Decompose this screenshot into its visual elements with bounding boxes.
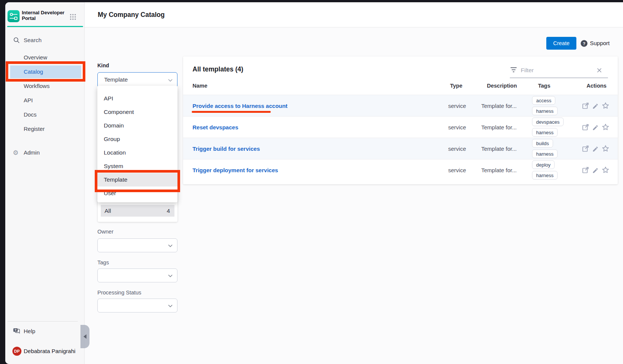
tags-select[interactable] <box>97 268 177 282</box>
sidebar-user[interactable]: DP Debabrata Panigrahi <box>5 346 84 356</box>
row-description: Template for... <box>481 146 517 152</box>
row-actions <box>582 102 609 110</box>
row-name-link[interactable]: Trigger deployment for services <box>193 167 278 173</box>
collapse-arrow-icon <box>83 334 86 339</box>
row-type: service <box>448 167 466 173</box>
admin-label: Admin <box>24 146 40 160</box>
open-in-new-icon[interactable] <box>582 166 590 174</box>
screenshot-stage: Internal Developer Portal Search Overvie… <box>0 0 623 364</box>
row-type: service <box>448 124 466 130</box>
row-actions <box>582 166 609 174</box>
tag-chip-deploy: deploy <box>532 161 555 169</box>
table-row-provide-access-to-harness-account: Provide access to Harness accountservice… <box>183 95 618 116</box>
sidebar-item-catalog[interactable]: Catalog <box>5 65 84 79</box>
sidebar: Internal Developer Portal Search Overvie… <box>5 2 85 364</box>
kind-option-domain[interactable]: Domain <box>97 119 177 132</box>
sidebar-item-api[interactable]: API <box>5 93 84 108</box>
processing-status-select[interactable] <box>97 299 177 312</box>
table-filter-input[interactable]: Filter <box>521 67 534 74</box>
column-header-description: Description <box>487 83 517 89</box>
help-chat-icon: ? <box>13 328 21 335</box>
kind-option-group[interactable]: Group <box>97 132 177 146</box>
sidebar-item-overview[interactable]: Overview <box>5 50 84 65</box>
row-name-link[interactable]: Reset devspaces <box>193 124 238 130</box>
kind-option-api[interactable]: API <box>97 92 177 105</box>
kind-option-user[interactable]: User <box>97 187 177 200</box>
help-label: Help <box>24 326 35 336</box>
annotation-underline-first-row <box>192 111 271 113</box>
owner-filter-label: Owner <box>97 229 114 235</box>
tag-chip-harness: harness <box>532 171 558 180</box>
row-tags: devspacesharness <box>532 118 564 137</box>
edit-pencil-icon[interactable] <box>592 167 599 173</box>
tags-filter-label: Tags <box>97 259 109 265</box>
app-title-line1: Internal Developer <box>22 10 64 15</box>
brand-divider <box>7 26 83 27</box>
kind-option-component[interactable]: Component <box>97 105 177 119</box>
table-row-trigger-deployment-for-services: Trigger deployment for servicesserviceTe… <box>183 159 618 180</box>
table-row-trigger-build-for-services: Trigger build for servicesserviceTemplat… <box>183 138 618 159</box>
row-tags: deployharness <box>532 161 558 180</box>
support-label: Support <box>590 40 610 47</box>
sidebar-item-register[interactable]: Register <box>5 122 84 136</box>
star-icon[interactable] <box>602 166 609 174</box>
gear-icon: ⚙ <box>13 146 18 160</box>
row-actions <box>582 123 609 131</box>
user-avatar: DP <box>12 347 21 356</box>
chevron-down-icon <box>168 244 173 247</box>
tag-chip-harness: harness <box>532 107 558 115</box>
column-header-type: Type <box>450 83 462 89</box>
search-icon <box>13 37 20 44</box>
row-actions <box>582 145 609 153</box>
row-description: Template for... <box>481 124 517 130</box>
kind-count-row-all[interactable]: All 4 <box>101 205 174 217</box>
filter-input-underline <box>510 77 608 78</box>
star-icon[interactable] <box>602 123 609 131</box>
open-in-new-icon[interactable] <box>582 123 590 131</box>
kind-option-system[interactable]: System <box>97 159 177 173</box>
clear-filter-icon[interactable] <box>597 68 602 73</box>
apps-grid-icon[interactable] <box>69 13 77 21</box>
tag-chip-builds: builds <box>532 139 553 148</box>
sidebar-item-docs[interactable]: Docs <box>5 108 84 122</box>
tag-chip-harness: harness <box>532 150 558 158</box>
sidebar-item-workflows[interactable]: Workflows <box>5 79 84 93</box>
table-row-reset-devspaces: Reset devspacesserviceTemplate for...dev… <box>183 116 618 138</box>
tag-chip-harness: harness <box>532 128 558 137</box>
row-tags: accessharness <box>532 96 558 115</box>
sidebar-item-help[interactable]: ? Help <box>5 326 84 336</box>
sidebar-collapse-handle[interactable] <box>80 325 89 348</box>
filter-icon <box>510 67 517 73</box>
support-button[interactable]: ? Support <box>581 40 588 47</box>
row-tags: buildsharness <box>532 139 558 158</box>
tag-chip-devspaces: devspaces <box>532 118 564 126</box>
edit-pencil-icon[interactable] <box>592 102 599 109</box>
app-window: Internal Developer Portal Search Overvie… <box>5 2 623 364</box>
svg-text:?: ? <box>15 328 17 332</box>
kind-select[interactable]: Template <box>97 72 177 88</box>
row-name-link[interactable]: Provide access to Harness account <box>193 103 288 109</box>
edit-pencil-icon[interactable] <box>592 124 599 130</box>
svg-text:?: ? <box>583 41 585 46</box>
open-in-new-icon[interactable] <box>582 145 590 153</box>
chevron-down-icon <box>168 79 173 82</box>
sidebar-item-search[interactable]: Search <box>5 35 84 45</box>
column-header-actions: Actions <box>587 83 606 89</box>
row-name-link[interactable]: Trigger build for services <box>193 146 260 152</box>
app-title: Internal Developer Portal <box>22 10 67 21</box>
kind-option-location[interactable]: Location <box>97 146 177 159</box>
owner-select[interactable] <box>97 238 177 252</box>
kind-option-template[interactable]: Template <box>97 173 177 187</box>
open-in-new-icon[interactable] <box>582 102 590 110</box>
kind-dropdown-menu: APIComponentDomainGroupLocationSystemTem… <box>97 86 177 202</box>
kind-select-value: Template <box>104 73 128 87</box>
table-title: All templates (4) <box>193 65 243 73</box>
row-description: Template for... <box>481 167 517 173</box>
page-header: My Company Catalog <box>84 2 623 27</box>
sidebar-item-admin[interactable]: ⚙ Admin <box>5 146 84 160</box>
edit-pencil-icon[interactable] <box>592 145 599 152</box>
star-icon[interactable] <box>602 102 609 110</box>
star-icon[interactable] <box>602 145 609 153</box>
create-button[interactable]: Create <box>546 37 576 50</box>
tag-chip-access: access <box>532 96 555 105</box>
